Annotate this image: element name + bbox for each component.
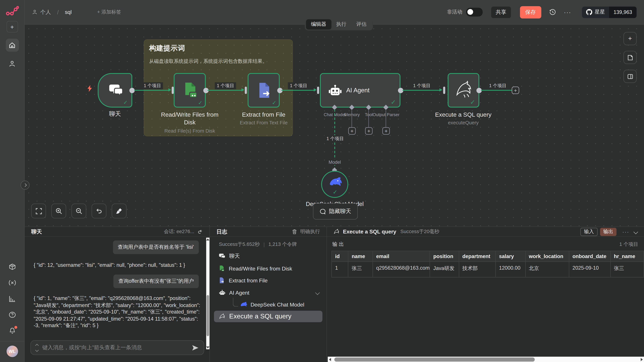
tab-editor[interactable]: 编辑器 (306, 19, 331, 29)
tab-evaluations[interactable]: 评估 (351, 19, 372, 29)
avatar[interactable]: WL (6, 346, 18, 357)
sidebar-item-templates[interactable] (8, 263, 16, 271)
log-item-chat[interactable]: 聊天 (210, 250, 326, 262)
log-item-sql-selected[interactable]: Execute a SQL query (214, 311, 322, 322)
output-connector[interactable] (129, 88, 135, 93)
n8n-logo-icon (6, 6, 18, 16)
input-connector[interactable] (245, 87, 247, 94)
undo-button[interactable] (92, 204, 106, 218)
active-status-label: 非活动 (447, 8, 462, 15)
col-header[interactable]: position (430, 251, 459, 262)
log-item-readwrite[interactable]: Read/Write Files from Disk (210, 263, 326, 274)
input-view-button[interactable]: 输入 (580, 228, 598, 236)
col-header[interactable]: name (348, 251, 373, 262)
collapse-panel-button[interactable] (20, 181, 30, 190)
output-horizontal-scrollbar[interactable] (328, 357, 644, 362)
sidebar-item-help[interactable] (8, 311, 16, 319)
sidebar-item-insights[interactable] (8, 295, 16, 303)
hide-chat-button[interactable]: 隐藏聊天 (313, 203, 358, 220)
node-ai-agent[interactable]: AI Agent ✓ (320, 73, 400, 108)
chat-messages[interactable]: 查询用户表中是否有姓名等于 'lisi' { "id": 12, "userna… (25, 237, 210, 340)
connection-arrow (440, 88, 442, 91)
col-header[interactable]: department (459, 251, 496, 262)
trigger-lightning-icon (86, 84, 93, 92)
chat-message-user: 查询用户表中是否有姓名等于 'lisi' (113, 241, 199, 254)
add-node-from-output-button[interactable]: + (512, 87, 519, 94)
add-memory-button[interactable]: + (348, 127, 356, 135)
node-extract-from-file[interactable]: ✓ (248, 73, 280, 108)
scroll-left-arrow[interactable] (329, 358, 331, 361)
node-subtitle-readwrite: Read File(s) From Disk (149, 128, 231, 134)
node-chat-trigger[interactable]: ✓ (98, 73, 132, 108)
table-row[interactable]: 1 张三 q295628068@163.com Java研发 技术部 12000… (332, 262, 644, 277)
col-header[interactable]: onboard_date (569, 251, 610, 262)
chat-input[interactable]: 键入消息，或按“向上”箭头查看上一条消息 (30, 340, 204, 355)
sidebar-item-notifications[interactable] (8, 327, 16, 335)
add-tool-button[interactable]: + (365, 127, 372, 135)
tab-executions[interactable]: 执行 (331, 19, 351, 29)
tidy-up-button[interactable] (112, 204, 126, 218)
clear-execution-button[interactable]: 明确执行 (292, 228, 320, 235)
input-connector[interactable] (317, 87, 319, 94)
sidebar-add-workflow-button[interactable]: + (6, 21, 18, 32)
connection-line[interactable] (402, 90, 441, 91)
success-check-icon: ✓ (272, 100, 276, 106)
share-button[interactable]: 共享 (491, 6, 511, 18)
send-icon[interactable] (192, 345, 199, 351)
history-chevrons[interactable] (36, 344, 38, 351)
sidebar-item-home[interactable] (6, 38, 18, 52)
connection-line[interactable] (282, 90, 315, 91)
connection-items-label: 1 个项目 (324, 135, 346, 142)
save-button[interactable]: 保存 (520, 6, 541, 18)
scroll-up-arrow[interactable] (206, 239, 210, 241)
node-readwrite-files[interactable]: ✓ (174, 73, 206, 108)
toggle-panel-button[interactable] (624, 70, 636, 83)
add-node-button[interactable]: + (624, 32, 636, 45)
more-options-button[interactable]: ··· (622, 228, 629, 235)
col-header[interactable]: work_location (525, 251, 569, 262)
scroll-right-arrow[interactable] (641, 358, 643, 361)
zoom-to-fit-button[interactable] (31, 204, 46, 218)
scrollbar-thumb[interactable] (334, 357, 535, 361)
breadcrumb-workspace[interactable]: 个人 (40, 8, 51, 16)
github-star-widget[interactable]: 星星 139,963 (582, 6, 636, 18)
collapse-panel-chevron[interactable] (634, 229, 638, 234)
active-toggle[interactable] (466, 8, 482, 16)
output-table[interactable]: id name email position department salary… (332, 251, 644, 277)
col-header[interactable]: email (373, 251, 430, 262)
reset-session-button[interactable] (198, 229, 203, 234)
scroll-down-arrow[interactable] (206, 347, 210, 349)
mysql-dolphin-icon (334, 229, 340, 235)
logs-panel: 日志 明确执行 Success于5.652秒 | 1,213 个令牌 聊天 Re… (210, 227, 326, 362)
col-header[interactable]: hr_name (610, 251, 644, 262)
node-deepseek-model[interactable]: ✓ (321, 171, 348, 198)
input-connector[interactable] (172, 87, 174, 94)
view-tabs: 编辑器 执行 评估 (305, 18, 373, 30)
log-item-agent[interactable]: AI Agent (210, 287, 326, 299)
add-output-parser-button[interactable]: + (382, 127, 390, 135)
add-tag-button[interactable]: + 添加标签 (97, 8, 121, 15)
more-options-button[interactable]: ··· (564, 8, 571, 15)
history-button[interactable] (549, 8, 556, 15)
node-execute-sql[interactable]: ✓ (448, 73, 479, 108)
zoom-out-button[interactable] (72, 204, 86, 218)
sidebar-user-area: WL (0, 341, 24, 362)
cell: Java研发 (430, 262, 459, 277)
scrollbar-thumb[interactable] (206, 295, 209, 336)
input-connector[interactable] (443, 87, 445, 94)
output-view-button[interactable]: 输出 (600, 228, 616, 236)
connection-line[interactable] (481, 90, 512, 91)
connection-line[interactable] (134, 90, 170, 91)
zoom-in-button[interactable] (51, 204, 66, 218)
connection-line[interactable] (208, 90, 243, 91)
col-header[interactable]: id (332, 251, 348, 262)
sidebar-item-variables[interactable] (8, 279, 16, 286)
col-header[interactable]: salary (496, 251, 526, 262)
chat-scrollbar[interactable] (206, 238, 210, 349)
add-sticky-button[interactable] (624, 51, 636, 64)
sidebar-item-personal[interactable] (8, 60, 16, 67)
log-item-extract[interactable]: Extract from File (210, 275, 326, 286)
log-item-deepseek[interactable]: DeepSeek Chat Model (210, 299, 326, 310)
workflow-name[interactable]: sql (65, 9, 72, 15)
chevron-down-icon[interactable] (315, 290, 320, 295)
